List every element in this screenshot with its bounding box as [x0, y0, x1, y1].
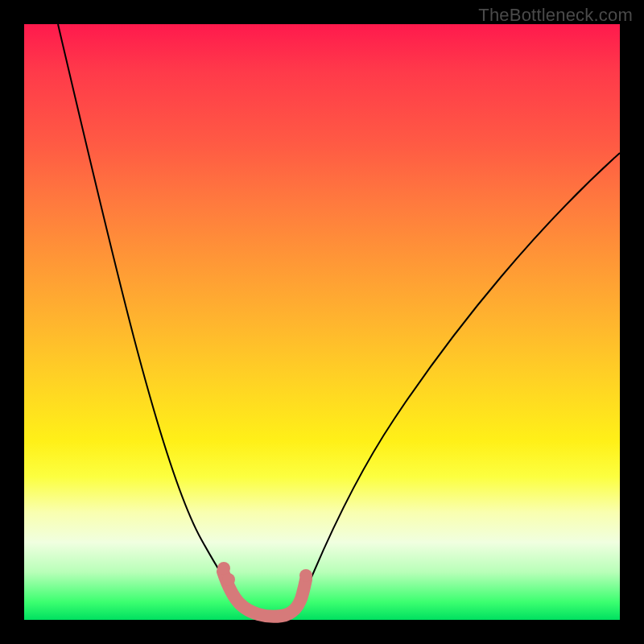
overlay-svg: [24, 24, 620, 620]
bottom-band: [223, 572, 306, 617]
chart-frame: TheBottleneck.com: [0, 0, 644, 644]
plot-area: [24, 24, 620, 620]
marker-left-1: [217, 562, 230, 575]
marker-left-2: [222, 573, 235, 586]
right-curve: [283, 153, 620, 620]
marker-right-1: [299, 569, 312, 582]
left-curve: [58, 24, 275, 620]
watermark-text: TheBottleneck.com: [478, 5, 633, 26]
